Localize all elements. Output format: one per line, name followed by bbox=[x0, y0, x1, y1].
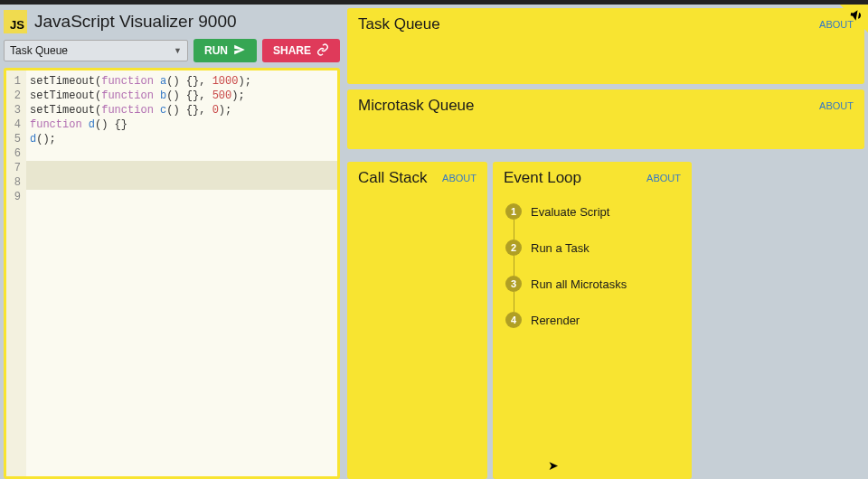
megaphone-icon bbox=[846, 5, 868, 29]
controls-bar: Task Queue ▼ RUN SHARE bbox=[4, 39, 340, 68]
js-logo-icon: JS bbox=[4, 10, 27, 33]
step-connector bbox=[514, 256, 514, 276]
chevron-down-icon: ▼ bbox=[174, 46, 182, 55]
event-loop-panel: Event Loop ABOUT 1Evaluate Script2Run a … bbox=[493, 162, 692, 479]
step-number-icon: 1 bbox=[505, 203, 522, 220]
share-button[interactable]: SHARE bbox=[262, 39, 340, 62]
task-queue-body bbox=[358, 33, 854, 77]
step-label: Rerender bbox=[531, 314, 580, 327]
share-button-label: SHARE bbox=[273, 44, 311, 57]
run-button-label: RUN bbox=[204, 44, 228, 57]
task-queue-panel: Task Queue ABOUT bbox=[347, 8, 864, 84]
link-icon bbox=[316, 43, 329, 59]
app-header: JS JavaScript Visualizer 9000 bbox=[4, 8, 340, 39]
event-loop-title: Event Loop bbox=[504, 169, 581, 187]
step-connector bbox=[514, 292, 514, 312]
call-stack-title: Call Stack bbox=[358, 169, 428, 187]
step-number-icon: 3 bbox=[505, 276, 522, 292]
step-label: Run all Microtasks bbox=[531, 277, 627, 291]
event-loop-step: 1Evaluate Script bbox=[505, 203, 681, 220]
call-stack-about-link[interactable]: ABOUT bbox=[442, 173, 476, 183]
code-gutter: 123456789 bbox=[6, 70, 26, 476]
step-number-icon: 2 bbox=[505, 240, 522, 256]
microtask-queue-body bbox=[358, 115, 854, 142]
example-select[interactable]: Task Queue ▼ bbox=[4, 40, 188, 61]
run-button[interactable]: RUN bbox=[193, 39, 257, 62]
microtask-queue-about-link[interactable]: ABOUT bbox=[819, 100, 854, 111]
corner-badge[interactable] bbox=[828, 5, 868, 44]
call-stack-panel: Call Stack ABOUT bbox=[347, 162, 487, 479]
example-select-value: Task Queue bbox=[10, 44, 68, 57]
step-label: Evaluate Script bbox=[531, 205, 609, 219]
step-number-icon: 4 bbox=[505, 312, 522, 328]
event-loop-step: 3Run all Microtasks bbox=[505, 276, 681, 292]
event-loop-about-link[interactable]: ABOUT bbox=[646, 173, 681, 183]
play-icon bbox=[233, 43, 246, 59]
code-content[interactable]: setTimeout(function a() {}, 1000);setTim… bbox=[26, 70, 337, 476]
event-loop-steps: 1Evaluate Script2Run a Task3Run all Micr… bbox=[504, 203, 681, 328]
app-title: JavaScript Visualizer 9000 bbox=[34, 12, 237, 32]
microtask-queue-title: Microtask Queue bbox=[358, 97, 475, 115]
step-connector bbox=[514, 220, 514, 240]
code-editor[interactable]: 123456789 setTimeout(function a() {}, 10… bbox=[4, 68, 340, 479]
event-loop-step: 2Run a Task bbox=[505, 240, 681, 256]
microtask-queue-panel: Microtask Queue ABOUT bbox=[347, 89, 864, 149]
step-label: Run a Task bbox=[531, 241, 590, 255]
task-queue-title: Task Queue bbox=[358, 15, 440, 33]
event-loop-step: 4Rerender bbox=[505, 312, 681, 328]
